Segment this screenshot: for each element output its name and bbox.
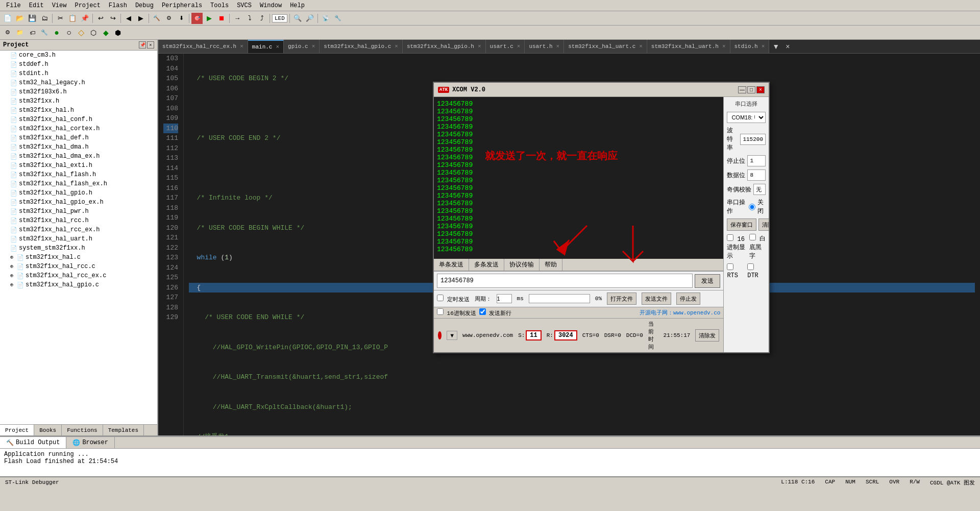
tab-close-icon[interactable]: × (395, 43, 398, 50)
paste-btn[interactable]: 📌 (79, 13, 90, 24)
new-btn[interactable]: 📄 (2, 13, 13, 24)
tab-stdio-h[interactable]: stdio.h × (730, 40, 770, 53)
save-btn[interactable]: 💾 (27, 13, 38, 24)
t2-btn8[interactable]: ⬡ (88, 27, 99, 38)
xcom-maximize-btn[interactable]: □ (747, 86, 755, 93)
tree-item-hal-cortex[interactable]: 📄stm32f1xx_hal_cortex.h (0, 124, 157, 133)
tree-item-hal-flash[interactable]: 📄stm32f1xx_hal_flash.h (0, 170, 157, 179)
t2-btn7[interactable]: ◇ (76, 27, 87, 38)
hex-send-cb[interactable] (437, 308, 444, 315)
tree-item-stdint[interactable]: 📄stdint.h (0, 69, 157, 78)
port-select[interactable]: COM18: USB-SERIAL (727, 112, 766, 123)
nav-back-btn[interactable]: ◀ (123, 13, 134, 24)
tree-item-hal-conf[interactable]: 📄stm32f1xx_hal_conf.h (0, 115, 157, 124)
tab-usart-h[interactable]: usart.h × (525, 40, 564, 53)
sidebar-tab-templates[interactable]: Templates (103, 425, 144, 435)
saveall-btn[interactable]: 🗂 (39, 13, 50, 24)
tree-item-hal-dma-ex[interactable]: 📄stm32f1xx_hal_dma_ex.h (0, 152, 157, 161)
tab-close-icon[interactable]: × (556, 43, 560, 50)
menu-project[interactable]: Project (70, 1, 104, 10)
save-window-btn[interactable]: 保存窗口 (727, 218, 756, 231)
tree-item-core-cm3[interactable]: 📄core_cm3.h (0, 51, 157, 60)
tree-item-rcc-c[interactable]: ⊕📄stm32f1xx_hal_rcc.c (0, 262, 157, 271)
period-extra-input[interactable] (529, 294, 590, 303)
menu-help[interactable]: Help (286, 1, 309, 10)
xcom-stop-btn[interactable] (438, 331, 442, 339)
stop-debug-btn[interactable]: ⏹ (216, 13, 227, 24)
peripherals-btn[interactable]: 📡 (320, 13, 331, 24)
browser-tab[interactable]: 🌐 Browser (66, 437, 114, 448)
xcom-dropdown-btn[interactable]: ▼ (447, 331, 457, 340)
tab-hal-uart-c[interactable]: stm32f1xx_hal_uart.c × (564, 40, 647, 53)
tab-close-icon[interactable]: × (762, 43, 765, 50)
tab-close-icon[interactable]: × (312, 43, 315, 50)
open-file-btn[interactable]: 打开文件 (607, 293, 636, 305)
t2-btn1[interactable]: ⚙ (2, 27, 13, 38)
open-btn[interactable]: 📂 (14, 13, 26, 24)
period-input[interactable] (497, 294, 512, 303)
t2-btn6[interactable]: ○ (63, 27, 75, 38)
sidebar-pin-btn[interactable]: 📌 (139, 41, 146, 48)
xcom-tab-single[interactable]: 单条发送 (434, 259, 469, 271)
tree-item-hal-dma[interactable]: 📄stm32f1xx_hal_dma.h (0, 142, 157, 152)
openedv-link[interactable]: 开源电子网：www.openedv.co (640, 309, 720, 317)
tree-item-stm32f1xx[interactable]: 📄stm32f1xx.h (0, 96, 157, 106)
stop-btn[interactable]: 停止发 (676, 293, 700, 305)
step-over-btn[interactable]: ⤵ (244, 13, 255, 24)
xcom-tab-help[interactable]: 帮助 (540, 259, 562, 271)
tab-main-c[interactable]: main.c × (248, 40, 284, 53)
misc-btn[interactable]: 🔧 (332, 13, 344, 24)
tab-close-all-btn[interactable]: × (782, 40, 793, 53)
xcom-tab-protocol[interactable]: 协议传输 (504, 259, 540, 271)
copy-btn[interactable]: 📋 (67, 13, 78, 24)
sidebar-close-btn[interactable]: × (147, 41, 154, 48)
tab-close-icon[interactable]: × (478, 43, 481, 50)
tab-close-icon[interactable]: × (722, 43, 726, 50)
tree-item-stm32f1xx-hal[interactable]: 📄stm32f1xx_hal.h (0, 106, 157, 115)
tree-item-hal-exti[interactable]: 📄stm32f1xx_hal_exti.h (0, 161, 157, 170)
tree-item-stm32f103x6[interactable]: 📄stm32f103x6.h (0, 87, 157, 96)
tab-hal-uart-h[interactable]: stm32f1xx_hal_uart.h × (647, 40, 730, 53)
xcom-send-input[interactable] (437, 274, 693, 288)
timed-send-cb[interactable] (437, 295, 444, 301)
menu-peripherals[interactable]: Peripherals (158, 1, 206, 10)
menu-window[interactable]: Window (256, 1, 286, 10)
send-file-btn[interactable]: 发送文件 (642, 293, 671, 305)
tree-item-hal-gpio-ex[interactable]: 📄stm32f1xx_hal_gpio_ex.h (0, 198, 157, 207)
zoom-btn[interactable]: 🔍 (292, 13, 303, 24)
sidebar-tree[interactable]: 📄core_cm3.h 📄stddef.h 📄stdint.h 📄stm32_h… (0, 51, 157, 424)
nav-fwd-btn[interactable]: ▶ (135, 13, 146, 24)
tree-item-hal-rcc[interactable]: 📄stm32f1xx_hal_rcc.h (0, 216, 157, 225)
menu-flash[interactable]: Flash (105, 1, 131, 10)
tab-hal-rcc-ex-h[interactable]: stm32f1xx_hal_rcc_ex.h × (158, 40, 248, 53)
xcom-tab-multi[interactable]: 多条发送 (469, 259, 504, 271)
clear-recv-top-btn[interactable]: 清除接收 (758, 218, 769, 231)
tab-close-icon[interactable]: × (276, 44, 279, 50)
tab-hal-gpio-c[interactable]: stm32f1xx_hal_gpio.c × (320, 40, 403, 53)
build-btn[interactable]: 🔨 (151, 13, 162, 24)
ops-close-radio[interactable] (749, 204, 755, 210)
tree-item-stm32-legacy[interactable]: 📄stm32_hal_legacy.h (0, 78, 157, 87)
undo-btn[interactable]: ↩ (95, 13, 106, 24)
xcom-send-btn[interactable]: 发送 (695, 274, 720, 288)
tab-usart-c[interactable]: usart.c × (486, 40, 525, 53)
sidebar-tab-functions[interactable]: Functions (62, 425, 103, 435)
newline-cb[interactable] (479, 308, 486, 315)
tree-item-hal-c[interactable]: ⊕📄stm32f1xx_hal.c (0, 253, 157, 262)
tree-item-hal-uart[interactable]: 📄stm32f1xx_hal_uart.h (0, 234, 157, 244)
tree-item-hal-flash-ex[interactable]: 📄stm32f1xx_hal_flash_ex.h (0, 179, 157, 188)
tree-item-hal-pwr[interactable]: 📄stm32f1xx_hal_pwr.h (0, 207, 157, 216)
t2-btn2[interactable]: 📁 (14, 27, 26, 38)
tree-item-system[interactable]: 📄system_stm32f1xx.h (0, 244, 157, 253)
t2-btn5[interactable]: ● (51, 27, 62, 38)
tree-item-gpio-c[interactable]: ⊕📄stm32f1xx_hal_gpio.c (0, 280, 157, 289)
dtr-cb[interactable] (747, 263, 754, 270)
t2-btn9[interactable]: ◆ (100, 27, 111, 38)
start-debug-btn[interactable]: ▶ (204, 13, 215, 24)
rts-cb[interactable] (727, 263, 733, 270)
tree-item-hal-def[interactable]: 📄stm32f1xx_hal_def.h (0, 133, 157, 142)
menu-edit[interactable]: Edit (25, 1, 48, 10)
tab-close-icon[interactable]: × (517, 43, 521, 50)
t2-btn3[interactable]: 🏷 (27, 27, 38, 38)
white-bg-cb[interactable] (749, 234, 756, 240)
